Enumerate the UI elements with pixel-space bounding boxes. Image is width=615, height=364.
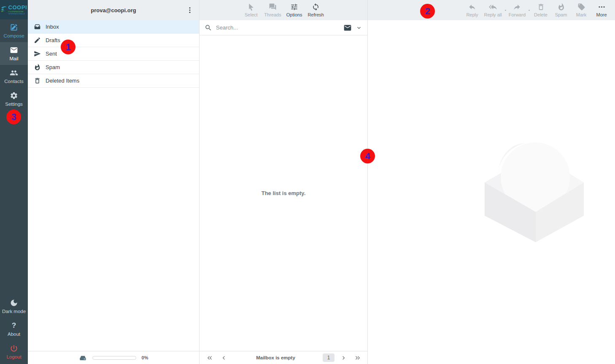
toolbar-button-label: More: [596, 12, 607, 17]
app-sidebar: COOPI COOPERAZIONE INTERNAZIONALE Compos…: [0, 0, 28, 364]
message-list-body: The list is empty.: [200, 35, 367, 351]
sidebar-item-logout[interactable]: Logout: [0, 340, 28, 363]
sidebar-item-mail[interactable]: Mail: [0, 42, 28, 65]
forward-icon: [513, 3, 521, 11]
folder-item-label: Deleted Items: [46, 78, 79, 84]
quota-footer: 0%: [28, 351, 199, 364]
folder-item-sent[interactable]: Sent: [28, 47, 199, 61]
folder-item-label: Drafts: [46, 37, 60, 43]
question-mark-icon: ?: [12, 321, 16, 330]
options-button[interactable]: Options: [285, 3, 304, 17]
forward-button[interactable]: Forward: [508, 3, 530, 17]
annotation-marker-4: 4: [360, 149, 375, 163]
chevron-left-icon: [220, 354, 227, 361]
search-bar: [200, 20, 367, 35]
folder-panel-header: prova@coopi.org: [28, 0, 199, 20]
pencil-icon: [34, 37, 41, 44]
toolbar-button-label: Refresh: [308, 12, 324, 17]
logo-name: COOPI: [8, 5, 27, 10]
paper-plane-icon: [34, 50, 41, 57]
empty-list-message: The list is empty.: [262, 190, 306, 196]
annotation-marker-number: 3: [11, 112, 16, 123]
double-chevron-left-icon: [206, 354, 213, 361]
next-page-button[interactable]: [338, 353, 348, 362]
toolbar-button-label: Reply: [466, 12, 478, 17]
toolbar-button-label: Options: [286, 12, 302, 17]
storage-disk-icon: [79, 354, 87, 362]
message-list-toolbar: Select Threads Options Refresh: [200, 0, 367, 20]
search-scope-envelope-icon[interactable]: [343, 24, 352, 32]
chevron-right-icon: [340, 354, 347, 361]
trash-icon: [537, 3, 545, 11]
reply-all-button[interactable]: Reply all: [483, 3, 506, 17]
mail-icon: [10, 46, 18, 54]
page-number-input[interactable]: [323, 353, 334, 362]
previous-page-button[interactable]: [218, 353, 229, 362]
sidebar-item-label: Mail: [9, 56, 18, 61]
folder-item-drafts[interactable]: Drafts: [28, 34, 199, 47]
folder-item-deleted[interactable]: Deleted Items: [28, 74, 199, 88]
pagination-status: Mailbox is empty: [232, 355, 319, 360]
gear-icon: [10, 91, 18, 100]
annotation-marker-number: 4: [365, 151, 370, 162]
message-content-body: [368, 20, 615, 364]
sidebar-item-label: About: [8, 332, 20, 337]
spam-button[interactable]: Spam: [552, 3, 570, 17]
annotation-marker-number: 1: [65, 42, 70, 53]
double-chevron-right-icon: [354, 354, 361, 361]
folder-item-spam[interactable]: Spam: [28, 61, 199, 74]
dropdown-caret-icon: [527, 8, 531, 12]
inbox-icon: [34, 23, 41, 30]
flame-icon: [557, 3, 565, 11]
toolbar-button-label: Spam: [555, 12, 567, 17]
tag-icon: [577, 3, 585, 11]
sidebar-item-label: Compose: [3, 33, 24, 38]
toolbar-button-label: Select: [245, 12, 258, 17]
delete-button[interactable]: Delete: [531, 3, 550, 17]
chevron-down-icon[interactable]: [356, 24, 362, 31]
sidebar-item-dark-mode[interactable]: Dark mode: [0, 295, 28, 318]
dropdown-caret-icon: [504, 8, 507, 12]
sidebar-item-compose[interactable]: Compose: [0, 19, 28, 42]
message-content-panel: Reply Reply all Forward Delete: [368, 0, 615, 364]
toolbar-button-label: Reply all: [484, 12, 502, 17]
contacts-icon: [10, 69, 18, 77]
compose-icon: [10, 23, 18, 32]
coopi-wave-icon: [1, 5, 7, 14]
folder-item-label: Sent: [46, 51, 57, 57]
refresh-icon: [312, 3, 320, 11]
sidebar-bottom: Dark mode ? About Logout: [0, 295, 28, 364]
select-button[interactable]: Select: [242, 3, 260, 17]
search-icon: [205, 24, 212, 32]
message-list-panel: Select Threads Options Refresh: [200, 0, 368, 364]
quota-percent: 0%: [142, 355, 148, 360]
sliders-icon: [290, 3, 298, 11]
search-input[interactable]: [216, 24, 340, 31]
sidebar-item-settings[interactable]: Settings: [0, 88, 28, 110]
mark-button[interactable]: Mark: [572, 3, 591, 17]
sidebar-item-label: Contacts: [4, 79, 23, 84]
folder-item-label: Inbox: [46, 24, 59, 30]
sidebar-item-contacts[interactable]: Contacts: [0, 65, 28, 88]
folder-item-inbox[interactable]: Inbox: [28, 20, 199, 34]
annotation-marker-1: 1: [61, 40, 76, 54]
reply-all-icon: [489, 3, 497, 11]
first-page-button[interactable]: [205, 353, 215, 362]
folder-item-label: Spam: [46, 64, 60, 70]
threads-button[interactable]: Threads: [263, 3, 282, 17]
toolbar-button-label: Mark: [576, 12, 586, 17]
toolbar-button-label: Delete: [534, 12, 548, 17]
refresh-button[interactable]: Refresh: [307, 3, 325, 17]
account-name: prova@coopi.org: [91, 7, 136, 13]
folder-options-button[interactable]: [185, 5, 195, 15]
annotation-marker-3: 3: [6, 110, 21, 124]
sidebar-item-about[interactable]: ? About: [0, 318, 28, 340]
message-toolbar: Reply Reply all Forward Delete: [368, 0, 615, 20]
trash-icon: [34, 77, 41, 84]
reply-button[interactable]: Reply: [463, 3, 481, 17]
last-page-button[interactable]: [352, 353, 362, 362]
toolbar-button-label: Threads: [264, 12, 281, 17]
sidebar-item-label: Logout: [6, 354, 21, 359]
sidebar-item-label: Dark mode: [2, 309, 26, 314]
more-button[interactable]: More: [592, 3, 611, 17]
